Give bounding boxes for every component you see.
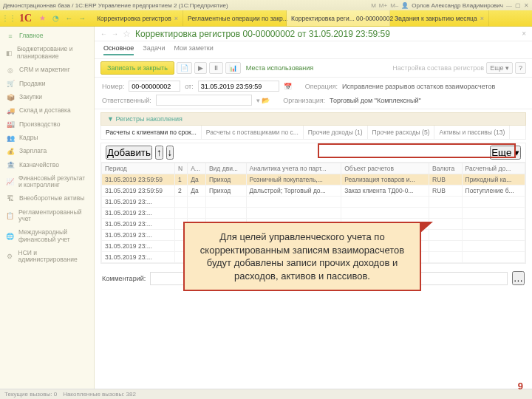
money-icon: 💰	[6, 148, 15, 155]
slide-number: 9	[518, 381, 523, 392]
doc-icon: 📋	[6, 212, 14, 219]
nav-sidebar: ≡Главное ◧Бюджетирование и планирование …	[0, 27, 95, 389]
save-close-button[interactable]: Записать и закрыть	[100, 61, 174, 75]
sidebar-item[interactable]: ⚙НСИ и администрирование	[0, 247, 94, 267]
col-header[interactable]: А...	[188, 163, 206, 174]
post-button[interactable]: ▶	[194, 62, 207, 74]
user-icon: 👤	[401, 2, 409, 9]
col-header[interactable]: Расчетный до...	[462, 163, 525, 174]
sidebar-item[interactable]: 📋Регламентированный учет	[0, 206, 94, 227]
up-button[interactable]: ↑	[155, 146, 163, 160]
section-registers[interactable]: ▼ Регистры накопления	[100, 112, 526, 126]
back-icon[interactable]: ←	[63, 13, 75, 24]
col-header[interactable]: Объект расчетов	[341, 163, 429, 174]
main-pane: ← → ☆ Корректировка регистров 00-0000000…	[95, 27, 532, 389]
callout-note: Для целей управленческого учета по скорр…	[183, 222, 421, 291]
logo-1c: 1C	[16, 13, 35, 24]
regtab-1[interactable]: Расчеты с поставщиками по с...	[202, 126, 304, 139]
more-button[interactable]: Еще ▾	[486, 62, 513, 74]
subtab-notes[interactable]: Мои заметки	[174, 44, 213, 55]
close-page-icon[interactable]: ×	[522, 30, 526, 38]
subtab-main[interactable]: Основное	[103, 44, 134, 55]
sidebar-item[interactable]: 🏗Внеоборотные активы	[0, 192, 94, 205]
sidebar-item[interactable]: 🚚Склад и доставка	[0, 104, 94, 117]
sidebar-item[interactable]: 🌐Международный финансовый учет	[0, 226, 94, 247]
write-button[interactable]: 📄	[177, 62, 192, 74]
number-input[interactable]	[129, 81, 180, 92]
home-icon: ≡	[6, 33, 15, 40]
sidebar-item[interactable]: ◧Бюджетирование и планирование	[0, 43, 94, 64]
regtab-4[interactable]: Активы и пассивы (13)	[434, 126, 510, 139]
sidebar-item[interactable]: 👥Кадры	[0, 132, 94, 145]
sidebar-item[interactable]: ≡Главное	[0, 30, 94, 43]
status-total: Накопленные вызовы: 382	[63, 391, 136, 398]
truck-icon: 🚚	[6, 107, 15, 115]
nav-fwd-icon[interactable]: →	[112, 30, 118, 38]
sidebar-item[interactable]: 🛒Продажи	[0, 77, 94, 90]
globe-icon: 🌐	[6, 233, 14, 240]
people-icon: 👥	[6, 134, 15, 142]
register-tabs: Расчеты с клиентами по срок... Расчеты с…	[100, 126, 526, 140]
status-bar: Текущие вызовы: 0 Накопленные вызовы: 38…	[0, 389, 532, 399]
col-header[interactable]: Аналитика учета по парт...	[246, 163, 341, 174]
add-row-button[interactable]: Добавить	[106, 146, 152, 160]
comment-expand-button[interactable]: …	[512, 271, 525, 285]
window-titlebar: Демонстрационная база / 1С:ERP Управлени…	[0, 0, 532, 10]
page-title: Корректировка регистров 00-00000002 от 3…	[135, 29, 390, 39]
regtab-2[interactable]: Прочие доходы (1)	[304, 126, 368, 139]
col-header[interactable]: N	[174, 163, 187, 174]
nav-back-icon[interactable]: ←	[100, 30, 107, 38]
col-header[interactable]: Период	[102, 163, 175, 174]
select-icon[interactable]: ▾ 📂	[256, 97, 270, 104]
tab-0[interactable]: Корректировка регистров×	[92, 10, 183, 26]
help-button[interactable]: ?	[515, 62, 526, 74]
highlight-frame	[318, 143, 516, 158]
regtab-3[interactable]: Прочие расходы (5)	[368, 126, 435, 139]
table-row[interactable]: 31.05.2019 23:59:592ДаПриходДальстрой; Т…	[102, 185, 525, 197]
sidebar-item[interactable]: 💰Зарплата	[0, 145, 94, 158]
favorite-icon[interactable]: ☆	[123, 29, 131, 39]
registers-config[interactable]: Настройка состава регистров	[392, 64, 484, 72]
star-icon[interactable]: ★	[36, 13, 48, 24]
window-title: Демонстрационная база / 1С:ERP Управлени…	[3, 2, 228, 9]
calendar-icon[interactable]: 📅	[284, 83, 292, 90]
tab-1[interactable]: Регламентные операции по закр...×	[183, 10, 287, 26]
date-label: от:	[185, 83, 193, 90]
bank-icon: 🏦	[6, 161, 15, 168]
tab-3[interactable]: Задания к закрытию месяца×	[390, 10, 489, 26]
col-header[interactable]: Вид дви...	[205, 163, 246, 174]
date-input[interactable]	[198, 81, 279, 92]
close-window-icon[interactable]: ✕	[524, 2, 529, 9]
regtab-0[interactable]: Расчеты с клиентами по срок...	[101, 126, 202, 139]
menu-icon[interactable]: ⋮⋮	[3, 13, 15, 24]
places-link[interactable]: Места использования	[246, 64, 313, 72]
box-icon: 📦	[6, 94, 15, 101]
gear-icon: ⚙	[6, 253, 14, 260]
sidebar-item[interactable]: 🏦Казначейство	[0, 158, 94, 171]
sidebar-item[interactable]: 📈Финансовый результат и контроллинг	[0, 172, 94, 193]
table-row[interactable]: 31.05.2019 23:59:591ДаПриходРозничный по…	[102, 174, 525, 185]
minimize-icon[interactable]: —	[506, 2, 512, 9]
sidebar-item[interactable]: 🏭Производство	[0, 117, 94, 131]
responsible-input[interactable]	[156, 95, 252, 106]
sidebar-item[interactable]: 📦Закупки	[0, 91, 94, 104]
forward-icon[interactable]: →	[76, 13, 88, 24]
close-icon[interactable]: ×	[480, 15, 484, 22]
user-name: Орлов Александр Владимирович	[412, 2, 503, 9]
tab-2[interactable]: Корректировка реги... 00-00000002×	[287, 10, 390, 26]
org-value: Торговый дом "Комплексный"	[330, 97, 421, 104]
close-icon[interactable]: ×	[174, 15, 178, 22]
mem-m-icon: M	[371, 2, 376, 9]
maximize-icon[interactable]: ▢	[515, 2, 521, 9]
table-row[interactable]: 31.05.2019 23:...	[102, 197, 525, 208]
sidebar-item[interactable]: ◎CRM и маркетинг	[0, 64, 94, 77]
crm-icon: ◎	[6, 66, 15, 74]
report-button[interactable]: 📊	[225, 62, 241, 74]
down-button[interactable]: ↓	[166, 146, 174, 160]
subtab-tasks[interactable]: Задачи	[143, 44, 165, 55]
doc-form: Номер: от: 📅 Операция: Исправление разры…	[95, 78, 532, 109]
unpost-button[interactable]: ⏸	[209, 62, 223, 74]
clock-icon[interactable]: ◔	[50, 13, 61, 24]
table-row[interactable]: 31.05.2019 23:...	[102, 208, 525, 219]
col-header[interactable]: Валюта	[429, 163, 462, 174]
